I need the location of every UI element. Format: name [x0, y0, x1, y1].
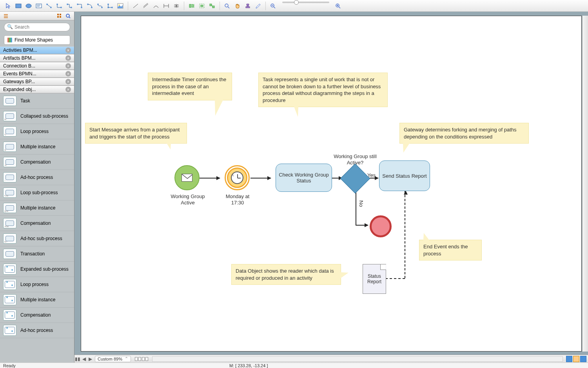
library-item[interactable]: Events BPMN...×: [0, 70, 74, 78]
shape-item[interactable]: ⊞Collapsed sub-process: [0, 109, 74, 124]
canvas-area: Start Message arrives from a participant…: [74, 12, 588, 363]
start-event-label: Working Group Active: [169, 193, 207, 206]
line-tool-5[interactable]: [172, 2, 181, 10]
rect-tool[interactable]: [14, 2, 23, 10]
shape-item[interactable]: ~Ad-hoc process: [0, 170, 74, 185]
annotation-timer[interactable]: Intermediate Timer continues the process…: [148, 73, 232, 100]
timer-event-label: Monday at 17:30: [221, 193, 254, 206]
connector-tool-1[interactable]: [45, 2, 53, 10]
shape-item[interactable]: Multiple instance: [0, 292, 74, 308]
shape-item[interactable]: Expanded sub-process: [0, 262, 74, 277]
page-thumbnails[interactable]: [135, 357, 148, 361]
list-view-icon[interactable]: [11, 13, 18, 20]
assoc-line-h: [385, 278, 405, 279]
panel-icon-3[interactable]: [580, 356, 586, 362]
panel-icon-1[interactable]: [566, 356, 572, 362]
connector-tool-4[interactable]: [75, 2, 84, 10]
gateway-diamond[interactable]: [340, 164, 370, 193]
end-event[interactable]: [370, 215, 392, 237]
shape-item[interactable]: Task: [0, 93, 74, 109]
shape-item[interactable]: ⊞~Ad-hoc sub-process: [0, 231, 74, 246]
connector-tool-7[interactable]: [106, 2, 114, 10]
connector-tool-6[interactable]: [96, 2, 104, 10]
align-tool-2[interactable]: [198, 2, 206, 10]
find-more-shapes-button[interactable]: Find More Shapes: [4, 35, 70, 45]
connector-tool-3[interactable]: [65, 2, 74, 10]
close-icon[interactable]: ×: [65, 79, 71, 84]
ellipse-tool[interactable]: [24, 2, 33, 10]
align-tool-3[interactable]: [208, 2, 216, 10]
annotation-end[interactable]: End Event ends the process: [419, 240, 482, 261]
shape-item[interactable]: ↻⊞Loop sub-process: [0, 185, 74, 200]
hand-tool[interactable]: [233, 2, 242, 10]
connector-tool-5[interactable]: [85, 2, 94, 10]
close-icon[interactable]: ×: [65, 87, 71, 92]
horizontal-scrollbar[interactable]: [152, 356, 563, 362]
task-check-status[interactable]: Check Working Group Status: [276, 164, 332, 192]
shape-item[interactable]: |||Multiple instance: [0, 139, 74, 155]
shape-item[interactable]: |||⊞Multiple instance: [0, 200, 74, 216]
line-tool-4[interactable]: [162, 2, 171, 10]
library-item[interactable]: Gateways BP...×: [0, 78, 74, 86]
zoom-out-button[interactable]: [269, 2, 278, 10]
connector-tool-2[interactable]: [55, 2, 64, 10]
task-send-report[interactable]: Send Status Report: [379, 160, 430, 191]
textbox-tool[interactable]: [34, 2, 43, 10]
shape-label: Compensation: [20, 312, 51, 318]
shape-label: Loop process: [20, 282, 49, 287]
panel-icon-2[interactable]: [573, 356, 579, 362]
shape-search-input[interactable]: [4, 23, 70, 31]
pointer-tool[interactable]: [4, 2, 13, 10]
line-tool-2[interactable]: [142, 2, 150, 10]
grid-view-icon[interactable]: [56, 13, 63, 20]
close-icon[interactable]: ×: [65, 71, 71, 77]
close-icon[interactable]: ×: [65, 63, 71, 69]
next-page-button[interactable]: ▶: [87, 356, 93, 362]
shape-label: Ad-hoc process: [20, 175, 53, 180]
line-tool-3[interactable]: [152, 2, 160, 10]
start-message-event[interactable]: [174, 165, 200, 190]
intermediate-timer-event[interactable]: L: [225, 165, 250, 190]
stamp-tool[interactable]: [243, 2, 252, 10]
shape-item[interactable]: ≪Compensation: [0, 155, 74, 170]
shape-thumb: ⊞~: [3, 233, 16, 244]
shape-item[interactable]: Transaction: [0, 246, 74, 262]
zoom-tool[interactable]: [223, 2, 232, 10]
library-item[interactable]: Artifacts BPM...×: [0, 54, 74, 62]
clock-icon: L: [231, 171, 243, 184]
image-tool[interactable]: [116, 2, 125, 10]
data-object-status-report[interactable]: Status Report: [363, 264, 386, 294]
shape-item[interactable]: Loop process: [0, 277, 74, 292]
annotation-dataobj[interactable]: Data Object shows the reader which data …: [231, 264, 341, 285]
tree-view-icon[interactable]: [2, 13, 9, 20]
prev-page-button[interactable]: ◀: [81, 356, 87, 362]
shape-thumb: ≪: [3, 157, 16, 167]
close-icon[interactable]: ×: [65, 47, 71, 53]
shape-item[interactable]: ≪⊞Compensation: [0, 216, 74, 231]
library-item[interactable]: Expanded obj...×: [0, 86, 74, 93]
align-tool-1[interactable]: [187, 2, 196, 10]
vertical-scrollbar[interactable]: [582, 16, 588, 352]
svg-point-28: [225, 4, 228, 7]
annotation-task[interactable]: Task represents a single unit of work th…: [258, 73, 388, 107]
shape-thumb: |||⊞: [3, 203, 16, 213]
diagram-canvas[interactable]: Start Message arrives from a participant…: [81, 16, 582, 352]
eyedropper-tool[interactable]: [254, 2, 262, 10]
shape-item[interactable]: ↻Loop process: [0, 124, 74, 139]
library-item[interactable]: Connection B...×: [0, 62, 74, 70]
annotation-start[interactable]: Start Message arrives from a participant…: [85, 123, 187, 144]
zoom-slider[interactable]: [282, 2, 329, 3]
library-item[interactable]: Activities BPM...×: [0, 46, 74, 54]
close-icon[interactable]: ×: [65, 55, 71, 61]
shape-item[interactable]: Compensation: [0, 308, 74, 323]
zoom-level-label[interactable]: Custom 89%⌃: [95, 356, 131, 362]
svg-rect-26: [210, 4, 212, 6]
pause-icon[interactable]: ▮▮: [74, 356, 81, 362]
line-tool-1[interactable]: [131, 2, 140, 10]
zoom-in-button[interactable]: [334, 2, 343, 10]
shape-item[interactable]: Ad-hoc process: [0, 323, 74, 338]
shapes-icon: [7, 38, 12, 42]
annotation-gateway[interactable]: Gateway determines forking and merging o…: [399, 123, 529, 144]
shape-label: Ad-hoc sub-process: [20, 236, 62, 241]
search-view-icon[interactable]: [65, 13, 72, 20]
